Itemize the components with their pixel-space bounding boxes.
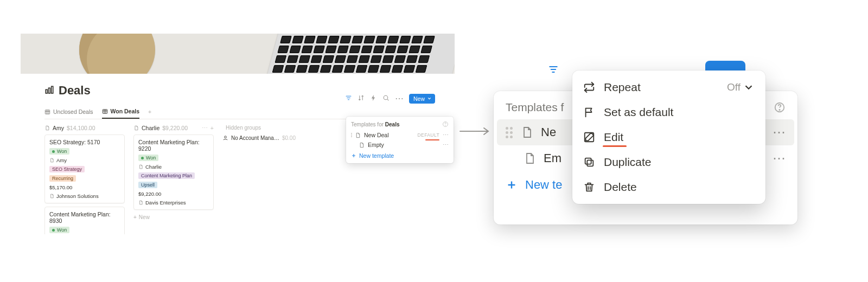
card-company: Johnson Solutions (49, 193, 120, 199)
automation-icon[interactable] (370, 94, 377, 104)
tag-pill: Content Marketing Plan (138, 172, 195, 179)
template-options-icon[interactable]: ⋯ (773, 151, 786, 166)
hidden-amount: $0.00 (282, 135, 296, 141)
card-owner: Amy (49, 157, 120, 163)
template-item-empty[interactable]: Empty ⋯ (346, 140, 454, 150)
tab-unclosed-deals[interactable]: Unclosed Deals (44, 106, 93, 118)
help-icon[interactable] (774, 101, 786, 113)
drag-handle-icon[interactable] (351, 133, 352, 137)
column-total: $14,100.00 (67, 125, 95, 131)
page-icon (523, 152, 536, 165)
svg-rect-2 (52, 86, 53, 93)
card-title: Content Marketing Plan: 9220 (138, 139, 209, 152)
template-options-icon[interactable]: ⋯ (443, 132, 449, 138)
drag-handle-icon[interactable] (506, 127, 513, 138)
deal-card[interactable]: Content Marketing Plan: 8930 Won Amy Con… (44, 207, 125, 234)
highlight-underline (603, 145, 627, 147)
status-pill: Won (138, 155, 158, 161)
card-company: Davis Enterprises (138, 200, 209, 206)
template-options-icon[interactable]: ⋯ (773, 125, 786, 140)
page-icon (355, 132, 361, 138)
default-badge: DEFAULT (418, 132, 439, 138)
tag-pill: Recurring (49, 175, 76, 182)
deal-card[interactable]: Content Marketing Plan: 9220 Won Charlie… (133, 134, 214, 210)
svg-rect-0 (46, 89, 47, 93)
page-title: Deals (59, 84, 91, 98)
help-icon[interactable] (442, 121, 449, 127)
tag-pill: Upsell (138, 182, 157, 188)
template-options-icon[interactable]: ⋯ (443, 142, 449, 148)
chevron-down-icon (743, 81, 755, 93)
tag-pill: SEO Strategy (49, 166, 85, 172)
column-name: Amy (53, 125, 64, 131)
tab-won-deals[interactable]: Won Deals (102, 105, 139, 119)
filter-icon[interactable] (345, 94, 352, 104)
svg-rect-12 (587, 160, 593, 166)
page-icon (44, 125, 50, 131)
add-view-button[interactable]: + (148, 106, 151, 118)
page-icon (520, 126, 533, 139)
templates-dropdown-header: Templates for Deals (346, 120, 454, 130)
flag-icon (583, 106, 595, 118)
svg-point-8 (445, 125, 446, 126)
new-button[interactable]: New (409, 94, 435, 104)
more-options-icon[interactable]: ⋯ (395, 93, 404, 104)
svg-rect-3 (45, 110, 49, 113)
card-owner: Charlie (138, 164, 209, 170)
page-icon (359, 142, 365, 148)
column-options-icon[interactable]: ⋯ (202, 125, 208, 131)
card-amount: $9,220.00 (138, 191, 209, 197)
column-header-amy[interactable]: Amy $14,100.00 (44, 125, 125, 131)
add-card-button[interactable]: +New (133, 214, 214, 220)
svg-rect-13 (585, 158, 591, 164)
svg-point-6 (384, 95, 388, 100)
menu-item-repeat[interactable]: Repeat Off (572, 75, 765, 100)
svg-rect-4 (103, 109, 107, 113)
repeat-state: Off (727, 81, 755, 93)
column-add-icon[interactable]: + (210, 125, 214, 131)
svg-rect-1 (49, 88, 50, 93)
tab-label: Unclosed Deals (53, 108, 93, 115)
status-pill: Won (49, 227, 69, 233)
column-name: Charlie (142, 125, 159, 131)
menu-item-edit[interactable]: Edit (572, 125, 765, 150)
template-item-new-deal[interactable]: New Deal DEFAULT ⋯ (346, 130, 454, 140)
hidden-group-item[interactable]: No Account Mana… $0.00 (222, 135, 304, 141)
page-icon (133, 125, 139, 131)
edit-icon (583, 131, 595, 143)
deals-page-icon (44, 85, 54, 96)
templates-dropdown-small: Templates for Deals New Deal DEFAULT ⋯ E… (346, 117, 454, 163)
view-toolbar: ⋯ New (345, 93, 435, 104)
column-header-charlie[interactable]: Charlie $9,220.00 ⋯ + (133, 125, 214, 131)
highlight-underline (425, 139, 439, 140)
search-icon[interactable] (382, 94, 390, 104)
cover-image (21, 34, 455, 74)
svg-point-10 (779, 110, 780, 110)
sort-icon[interactable] (358, 94, 365, 104)
template-context-menu: Repeat Off Set as default Edit Duplicate… (572, 70, 765, 204)
menu-item-duplicate[interactable]: Duplicate (572, 150, 765, 175)
svg-point-5 (225, 136, 227, 138)
trash-icon (583, 181, 595, 193)
menu-item-set-default[interactable]: Set as default (572, 100, 765, 125)
deal-card[interactable]: SEO Strategy: 5170 Won Amy SEO Strategy … (44, 134, 125, 203)
card-title: Content Marketing Plan: 8930 (49, 211, 120, 224)
filter-icon[interactable] (548, 64, 559, 77)
hidden-groups-label: Hidden groups (226, 125, 304, 131)
cover-keyboard (267, 34, 455, 75)
card-amount: $5,170.00 (49, 184, 120, 190)
duplicate-icon (583, 156, 595, 168)
card-title: SEO Strategy: 5170 (49, 139, 120, 145)
column-total: $9,220.00 (162, 125, 188, 131)
repeat-icon (583, 81, 595, 93)
new-template-button[interactable]: New template (346, 150, 454, 162)
tab-label: Won Deals (111, 108, 139, 114)
relation-arrow (459, 126, 492, 137)
status-pill: Won (49, 148, 69, 155)
menu-item-delete[interactable]: Delete (572, 175, 765, 200)
